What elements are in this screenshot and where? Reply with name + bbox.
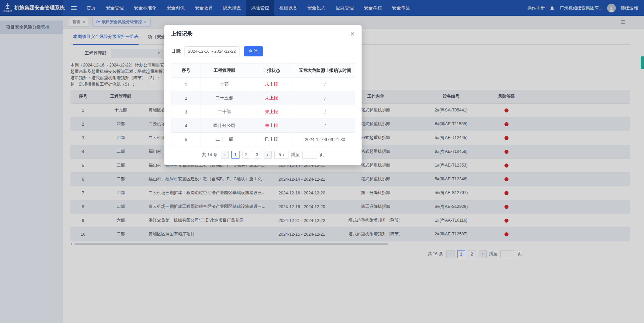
pager-prev-button[interactable]: ‹ (221, 151, 229, 159)
status-badge: 未上报 (265, 109, 278, 114)
modal-filter-row: 日期: 查 询 (171, 46, 355, 56)
pager-jump-label: 跳至 (291, 152, 300, 158)
modal-header: 上报记录 ✕ (171, 31, 355, 38)
col-no: 序号 (171, 63, 201, 78)
cell-no: 5 (171, 133, 201, 146)
cell-dept: 十部 (201, 78, 248, 91)
col-dept: 工程管理部 (201, 63, 248, 78)
col-confirm-time: 无危大危险源上报确认时间 (295, 63, 355, 78)
col-status: 上报状态 (248, 63, 295, 78)
pager-total: 共 14 条 (202, 152, 217, 158)
cell-dept: 二十一部 (201, 133, 248, 146)
report-table-row: 1十部未上报/ (171, 78, 355, 91)
status-badge: 未上报 (265, 82, 278, 87)
cell-status: 未上报 (248, 78, 295, 91)
cell-no: 2 (171, 91, 201, 105)
page-size-value: 5 (279, 152, 281, 157)
pager-page-2[interactable]: 2 (242, 151, 250, 159)
cell-dept: 喀什分公司 (201, 119, 248, 133)
query-button[interactable]: 查 询 (244, 46, 263, 56)
modal-pagination: 共 14 条‹123›5▾跳至页 (171, 151, 355, 159)
cell-dept: 二十部 (201, 105, 248, 119)
modal-table-body: 1十部未上报/2二十五部未上报/3二十部未上报/4喀什分公司未上报/5二十一部已… (171, 78, 355, 146)
cell-confirm-time: 2024-12-09 09:21:30 (295, 133, 355, 146)
page-size-select[interactable]: 5▾ (274, 151, 288, 159)
cell-dept: 二十五部 (201, 91, 248, 105)
pager-page-3[interactable]: 3 (253, 151, 261, 159)
cell-confirm-time: / (295, 105, 355, 119)
cell-confirm-time: / (295, 91, 355, 105)
pager-page-label: 页 (320, 152, 324, 158)
cell-no: 4 (171, 119, 201, 133)
date-range-input[interactable] (184, 46, 239, 56)
cell-confirm-time: / (295, 119, 355, 133)
cell-status: 未上报 (248, 105, 295, 119)
caret-down-icon: ▾ (283, 153, 284, 157)
cell-no: 3 (171, 105, 201, 119)
status-badge: 未上报 (265, 95, 278, 100)
modal-title: 上报记录 (171, 31, 193, 38)
report-table-header-row: 序号 工程管理部 上报状态 无危大危险源上报确认时间 (171, 63, 355, 78)
report-table: 序号 工程管理部 上报状态 无危大危险源上报确认时间 1十部未上报/2二十五部未… (171, 63, 355, 146)
date-label: 日期: (171, 48, 181, 54)
report-table-row: 4喀什分公司未上报/ (171, 119, 355, 133)
pager-page-1[interactable]: 1 (231, 151, 239, 159)
cell-status: 未上报 (248, 119, 295, 133)
status-badge: 已上报 (265, 137, 278, 142)
cell-status: 已上报 (248, 133, 295, 146)
report-table-row: 3二十部未上报/ (171, 105, 355, 119)
modal-close-icon[interactable]: ✕ (350, 31, 355, 37)
report-record-modal: 上报记录 ✕ 日期: 查 询 序号 工程管理部 上报状态 无危大危险源上报确认时… (164, 25, 362, 165)
cell-confirm-time: / (295, 78, 355, 91)
status-badge: 未上报 (265, 123, 278, 128)
cell-status: 未上报 (248, 91, 295, 105)
pager-jump-input[interactable] (302, 151, 317, 159)
pager-next-button[interactable]: › (264, 151, 272, 159)
cell-no: 1 (171, 78, 201, 91)
report-table-row: 5二十一部已上报2024-12-09 09:21:30 (171, 133, 355, 146)
report-table-row: 2二十五部未上报/ (171, 91, 355, 105)
